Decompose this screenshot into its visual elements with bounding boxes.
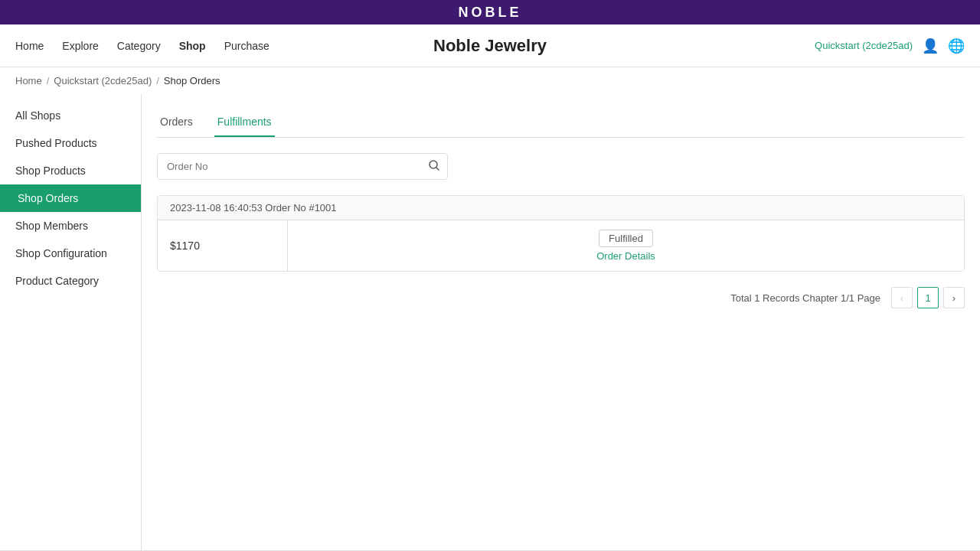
status-badge: Fulfilled [599,230,653,247]
nav-bar: Home Explore Category Shop Purchase Nobl… [0,24,980,67]
quickstart-label[interactable]: Quickstart (2cde25ad) [815,40,913,51]
nav-purchase[interactable]: Purchase [224,40,270,52]
svg-line-1 [436,168,439,170]
brand-bar: NOBLE [0,0,980,24]
breadcrumb-current: Shop Orders [164,75,220,86]
breadcrumb-sep-2: / [156,75,159,86]
order-amount: $1170 [158,220,288,271]
brand-logo: NOBLE [459,5,522,21]
tab-fulfillments[interactable]: Fulfillments [214,109,275,137]
search-bar [157,153,448,180]
tabs: Orders Fulfillments [157,109,965,138]
nav-right: Quickstart (2cde25ad) 👤 🌐 [815,37,965,54]
pagination-info: Total 1 Records Chapter 1/1 Page [730,292,880,304]
content-area: Orders Fulfillments 2023-11-08 16:40:53 … [142,94,980,550]
order-header: 2023-11-08 16:40:53 Order No #1001 [158,196,964,220]
user-icon[interactable]: 👤 [922,37,939,54]
breadcrumb-home[interactable]: Home [15,75,42,86]
nav-shop[interactable]: Shop [179,40,206,52]
pagination: Total 1 Records Chapter 1/1 Page ‹ 1 › [157,287,965,308]
page-title: Noble Jewelry [433,36,547,56]
order-card: 2023-11-08 16:40:53 Order No #1001 $1170… [157,195,965,272]
pagination-next[interactable]: › [943,287,965,308]
order-details-link[interactable]: Order Details [596,250,655,262]
nav-links: Home Explore Category Shop Purchase [15,40,270,52]
breadcrumb-sep-1: / [47,75,50,86]
order-status-area: Fulfilled Order Details [288,220,964,271]
sidebar-item-pushed-products[interactable]: Pushed Products [0,129,141,157]
order-body: $1170 Fulfilled Order Details [158,220,964,271]
sidebar-item-all-shops[interactable]: All Shops [0,102,141,129]
nav-category[interactable]: Category [117,40,161,52]
pagination-prev[interactable]: ‹ [891,287,913,308]
sidebar-item-shop-configuration[interactable]: Shop Configuration [0,240,141,267]
nav-explore[interactable]: Explore [62,40,98,52]
sidebar-item-shop-orders[interactable]: Shop Orders [0,184,141,212]
sidebar-item-product-category[interactable]: Product Category [0,267,141,295]
tab-orders[interactable]: Orders [157,109,196,137]
pagination-page-1[interactable]: 1 [917,287,939,308]
main-layout: All Shops Pushed Products Shop Products … [0,94,980,550]
search-button[interactable] [421,154,447,179]
sidebar: All Shops Pushed Products Shop Products … [0,94,142,550]
search-input[interactable] [158,155,421,178]
sidebar-item-shop-members[interactable]: Shop Members [0,212,141,240]
globe-icon[interactable]: 🌐 [948,37,965,54]
sidebar-item-shop-products[interactable]: Shop Products [0,157,141,184]
breadcrumb-quickstart[interactable]: Quickstart (2cde25ad) [54,75,152,86]
nav-home[interactable]: Home [15,40,44,52]
breadcrumb: Home / Quickstart (2cde25ad) / Shop Orde… [0,67,980,94]
